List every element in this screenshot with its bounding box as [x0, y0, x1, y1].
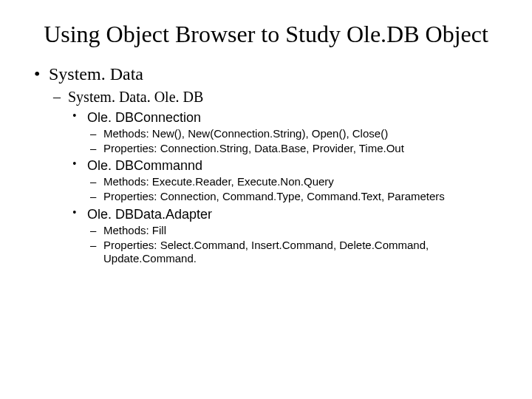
slide: Using Object Browser to Study Ole.DB Obj… [0, 0, 532, 399]
bullet-list-level1: System. Data System. Data. Ole. DB Ole. … [30, 64, 502, 266]
l3-item-label: Ole. DBConnection [87, 110, 201, 125]
l4-item: Properties: Connection, Command.Type, Co… [87, 190, 502, 204]
l4-item: Properties: Select.Command, Insert.Comma… [87, 239, 502, 267]
l3-item: Ole. DBConnection Methods: New(), New(Co… [68, 109, 502, 156]
l3-item: Ole. DBCommannd Methods: Execute.Reader,… [68, 157, 502, 204]
bullet-list-level2: System. Data. Ole. DB Ole. DBConnection … [49, 89, 502, 266]
bullet-list-level3: Ole. DBConnection Methods: New(), New(Co… [68, 109, 502, 266]
slide-title: Using Object Browser to Study Ole.DB Obj… [30, 21, 502, 48]
l4-item: Methods: Fill [87, 224, 502, 238]
l4-item: Methods: New(), New(Connection.String), … [87, 127, 502, 141]
l3-item: Ole. DBData.Adapter Methods: Fill Proper… [68, 205, 502, 266]
l1-item: System. Data System. Data. Ole. DB Ole. … [30, 64, 502, 266]
bullet-list-level4: Methods: Execute.Reader, Execute.Non.Que… [87, 175, 502, 204]
l3-item-label: Ole. DBCommannd [87, 158, 202, 173]
l2-item-label: System. Data. Ole. DB [68, 89, 203, 105]
l1-item-label: System. Data [49, 64, 143, 83]
bullet-list-level4: Methods: Fill Properties: Select.Command… [87, 224, 502, 266]
bullet-list-level4: Methods: New(), New(Connection.String), … [87, 127, 502, 156]
l2-item: System. Data. Ole. DB Ole. DBConnection … [49, 89, 502, 266]
l3-item-label: Ole. DBData.Adapter [87, 207, 212, 222]
l4-item: Methods: Execute.Reader, Execute.Non.Que… [87, 175, 502, 189]
l4-item: Properties: Connection.String, Data.Base… [87, 142, 502, 156]
